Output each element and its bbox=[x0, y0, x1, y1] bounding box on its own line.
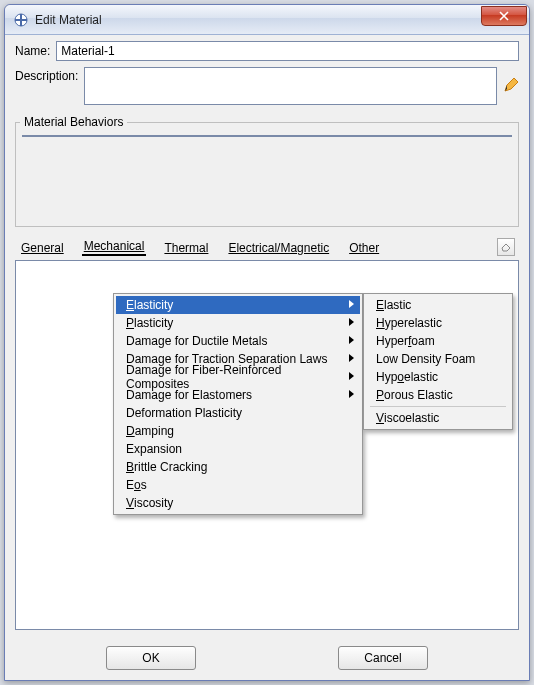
elasticity-submenu-item[interactable]: Hypoelastic bbox=[366, 368, 510, 386]
mechanical-menu-item[interactable]: Brittle Cracking bbox=[116, 458, 360, 476]
mechanical-menu-item[interactable]: Eos bbox=[116, 476, 360, 494]
cancel-button[interactable]: Cancel bbox=[338, 646, 428, 670]
mechanical-menu-item[interactable]: Damage for Fiber-Reinforced Composites bbox=[116, 368, 360, 386]
elasticity-submenu-separator bbox=[370, 406, 506, 407]
submenu-arrow-icon bbox=[349, 336, 354, 344]
elasticity-submenu: ElasticHyperelasticHyperfoamLow Density … bbox=[363, 293, 513, 430]
erase-icon bbox=[501, 242, 511, 252]
elasticity-submenu-item[interactable]: Hyperfoam bbox=[366, 332, 510, 350]
description-label: Description: bbox=[15, 67, 78, 83]
elasticity-submenu-item[interactable]: Low Density Foam bbox=[366, 350, 510, 368]
material-behaviors-label: Material Behaviors bbox=[20, 115, 127, 129]
mechanical-menu: ElasticityPlasticityDamage for Ductile M… bbox=[113, 293, 363, 515]
elasticity-submenu-item[interactable]: Hyperelastic bbox=[366, 314, 510, 332]
dialog-content: Name: Description: Material Behaviors Ge… bbox=[5, 35, 529, 636]
mechanical-menu-item[interactable]: Damage for Elastomers bbox=[116, 386, 360, 404]
tab-general[interactable]: General bbox=[19, 239, 66, 256]
tab-other[interactable]: Other bbox=[347, 239, 381, 256]
submenu-arrow-icon bbox=[349, 372, 354, 380]
elasticity-submenu-item[interactable]: Viscoelastic bbox=[366, 409, 510, 427]
tab-electrical-magnetic[interactable]: Electrical/Magnetic bbox=[226, 239, 331, 256]
category-tabs: General Mechanical Thermal Electrical/Ma… bbox=[15, 237, 519, 258]
description-field[interactable] bbox=[84, 67, 497, 105]
mechanical-menu-item[interactable]: Viscosity bbox=[116, 494, 360, 512]
mechanical-menu-item[interactable]: Expansion bbox=[116, 440, 360, 458]
close-icon bbox=[499, 11, 509, 21]
elasticity-submenu-item[interactable]: Porous Elastic bbox=[366, 386, 510, 404]
mechanical-menu-item[interactable]: Damage for Ductile Metals bbox=[116, 332, 360, 350]
dialog-buttons: OK Cancel bbox=[5, 636, 529, 680]
material-behaviors-list[interactable] bbox=[22, 135, 512, 137]
tab-mechanical[interactable]: Mechanical bbox=[82, 237, 147, 256]
mechanical-menu-item[interactable]: Damping bbox=[116, 422, 360, 440]
ok-button[interactable]: OK bbox=[106, 646, 196, 670]
close-button[interactable] bbox=[481, 6, 527, 26]
submenu-arrow-icon bbox=[349, 390, 354, 398]
submenu-arrow-icon bbox=[349, 354, 354, 362]
mechanical-menu-item[interactable]: Deformation Plasticity bbox=[116, 404, 360, 422]
elasticity-submenu-item[interactable]: Elastic bbox=[366, 296, 510, 314]
submenu-arrow-icon bbox=[349, 300, 354, 308]
app-icon bbox=[13, 12, 29, 28]
tab-thermal[interactable]: Thermal bbox=[162, 239, 210, 256]
name-field[interactable] bbox=[56, 41, 519, 61]
titlebar[interactable]: Edit Material bbox=[5, 5, 529, 35]
mechanical-menu-item[interactable]: Plasticity bbox=[116, 314, 360, 332]
window-title: Edit Material bbox=[35, 13, 481, 27]
material-behaviors-group: Material Behaviors bbox=[15, 115, 519, 227]
delete-behavior-button[interactable] bbox=[497, 238, 515, 256]
submenu-arrow-icon bbox=[349, 318, 354, 326]
edit-description-button[interactable] bbox=[503, 77, 519, 93]
mechanical-menu-item[interactable]: Elasticity bbox=[116, 296, 360, 314]
edit-material-dialog: Edit Material Name: Description: Materia… bbox=[4, 4, 530, 681]
name-label: Name: bbox=[15, 44, 50, 58]
pencil-icon bbox=[503, 77, 519, 93]
